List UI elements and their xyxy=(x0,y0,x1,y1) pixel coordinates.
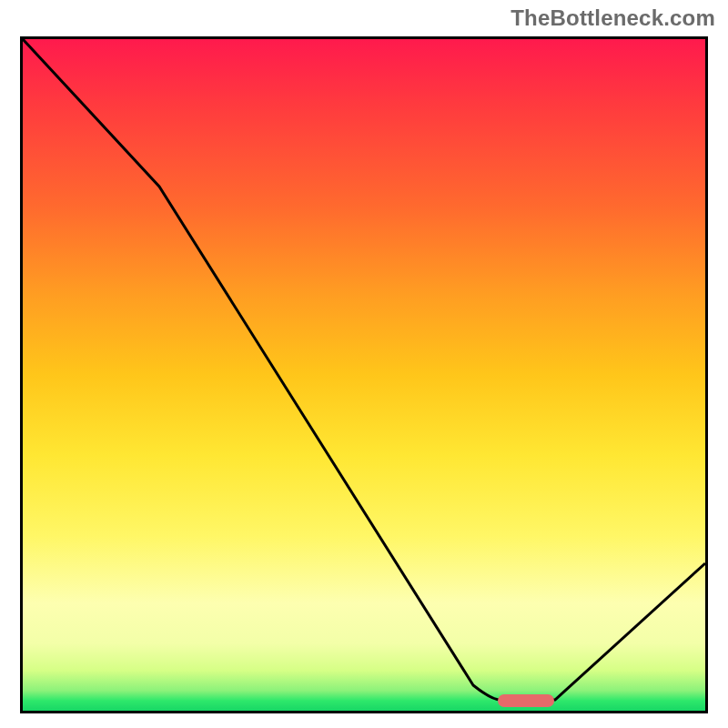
watermark-text: TheBottleneck.com xyxy=(511,5,715,31)
plot-frame xyxy=(20,36,708,713)
bottleneck-curve xyxy=(23,39,705,700)
optimal-point-marker xyxy=(498,694,554,707)
chart-root: TheBottleneck.com xyxy=(0,0,728,728)
plot-svg xyxy=(23,39,705,711)
